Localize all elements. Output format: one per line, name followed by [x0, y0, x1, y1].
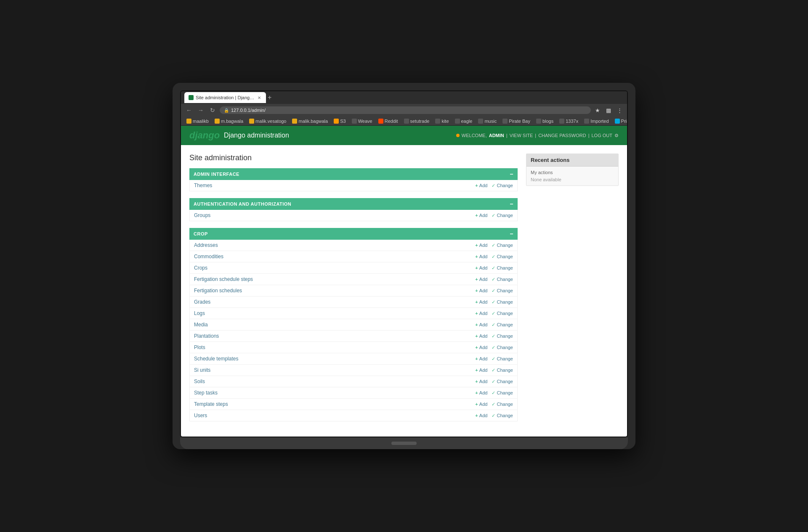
soils-change-link[interactable]: Change — [492, 379, 513, 384]
bookmark-maalikb[interactable]: maalikb — [184, 118, 211, 124]
model-name: Media — [190, 319, 384, 331]
separator: | — [535, 133, 536, 138]
soils-add-link[interactable]: Add — [475, 379, 487, 384]
bookmark-eagle[interactable]: eagle — [453, 118, 475, 124]
admin-interface-table: Themes Add Change — [189, 180, 518, 191]
reload-button[interactable]: ↻ — [208, 106, 217, 115]
laptop-notch — [391, 442, 417, 445]
themes-change-link[interactable]: Change — [492, 183, 513, 188]
back-button[interactable]: ← — [184, 106, 194, 115]
fertigation-schedule-steps-change-link[interactable]: Change — [492, 277, 513, 282]
media-add-link[interactable]: Add — [475, 322, 487, 328]
template-steps-add-link[interactable]: Add — [475, 402, 487, 407]
bookmark-setutrade[interactable]: setutrade — [402, 118, 432, 124]
logout-link[interactable]: LOG OUT — [591, 133, 612, 138]
bookmark-piratebay[interactable]: Pirate Bay — [500, 118, 532, 124]
admin-sidebar: Recent actions My actions None available — [526, 154, 619, 428]
bookmark-primemusic[interactable]: Prime Music — [613, 118, 627, 124]
new-tab-button[interactable]: + — [268, 94, 271, 101]
model-name: Schedule templates — [190, 353, 384, 365]
section-label: AUTHENTICATION AND AUTHORIZATION — [194, 201, 291, 206]
plots-change-link[interactable]: Change — [492, 345, 513, 350]
menu-icon[interactable]: ⋮ — [615, 106, 624, 114]
table-row: Si units AddChange — [190, 365, 518, 376]
grades-change-link[interactable]: Change — [492, 299, 513, 305]
logs-change-link[interactable]: Change — [492, 311, 513, 316]
admin-user-info: WELCOME, ADMIN | VIEW SITE | CHANGE PASS… — [456, 133, 619, 138]
bookmark-icon — [404, 119, 409, 124]
model-name: Themes — [190, 180, 310, 191]
browser-window: Site administration | Django a... ✕ + ← … — [181, 91, 627, 437]
bookmark-1337x[interactable]: 1337x — [557, 118, 580, 124]
schedule-templates-change-link[interactable]: Change — [492, 356, 513, 362]
extensions-icon[interactable]: ▩ — [604, 106, 613, 114]
table-row: Users AddChange — [190, 410, 518, 421]
bookmark-s3[interactable]: S3 — [332, 118, 348, 124]
themes-add-link[interactable]: Add — [475, 183, 487, 188]
crops-change-link[interactable]: Change — [492, 265, 513, 271]
users-add-link[interactable]: Add — [475, 413, 487, 418]
bookmark-reddit[interactable]: Reddit — [376, 118, 400, 124]
table-row: Soils AddChange — [190, 376, 518, 387]
section-toggle-icon[interactable]: − — [510, 201, 513, 207]
groups-change-link[interactable]: Change — [492, 213, 513, 218]
fertigation-schedules-change-link[interactable]: Change — [492, 288, 513, 294]
model-name: Soils — [190, 376, 384, 387]
change-password-link[interactable]: CHANGE PASSWORD — [538, 133, 586, 138]
active-tab[interactable]: Site administration | Django a... ✕ — [184, 92, 266, 103]
address-bar[interactable]: 🔒 127.0.0.1/admin/ — [220, 106, 591, 114]
users-change-link[interactable]: Change — [492, 413, 513, 418]
bookmark-weave[interactable]: Weave — [350, 118, 375, 124]
bookmark-icon — [478, 119, 483, 124]
separator: | — [506, 133, 508, 138]
tab-close-button[interactable]: ✕ — [257, 95, 262, 100]
bookmark-music[interactable]: music — [476, 118, 499, 124]
table-row: Crops AddChange — [190, 262, 518, 274]
bookmark-malikbagwala[interactable]: malik.bagwala — [290, 118, 330, 124]
schedule-templates-add-link[interactable]: Add — [475, 356, 487, 362]
si-units-add-link[interactable]: Add — [475, 368, 487, 373]
addresses-change-link[interactable]: Change — [492, 243, 513, 248]
fertigation-schedule-steps-add-link[interactable]: Add — [475, 277, 487, 282]
logs-add-link[interactable]: Add — [475, 311, 487, 316]
model-name: Template steps — [190, 399, 384, 410]
bookmark-imported[interactable]: Imported — [582, 118, 611, 124]
crops-add-link[interactable]: Add — [475, 265, 487, 271]
auth-header[interactable]: AUTHENTICATION AND AUTHORIZATION − — [189, 198, 518, 210]
admin-interface-section: ADMIN INTERFACE − Themes Add Change — [189, 168, 518, 191]
crop-header[interactable]: CROP − — [189, 228, 518, 240]
step-tasks-change-link[interactable]: Change — [492, 390, 513, 396]
section-toggle-icon[interactable]: − — [510, 171, 513, 177]
settings-icon[interactable]: ⚙ — [614, 133, 619, 138]
bookmark-mbagwala[interactable]: m.bagwala — [213, 118, 245, 124]
username-link[interactable]: ADMIN — [489, 133, 504, 138]
plots-add-link[interactable]: Add — [475, 345, 487, 350]
commodities-change-link[interactable]: Change — [492, 254, 513, 259]
template-steps-change-link[interactable]: Change — [492, 402, 513, 407]
section-label: CROP — [194, 231, 208, 236]
bookmark-kite[interactable]: kite — [433, 118, 451, 124]
bookmark-blogs[interactable]: blogs — [534, 118, 556, 124]
plantations-add-link[interactable]: Add — [475, 333, 487, 339]
model-name: Users — [190, 410, 384, 421]
admin-interface-header[interactable]: ADMIN INTERFACE − — [189, 168, 518, 180]
view-site-link[interactable]: VIEW SITE — [510, 133, 533, 138]
bookmark-malikvestago[interactable]: malik.vesatogo — [247, 118, 288, 124]
si-units-change-link[interactable]: Change — [492, 368, 513, 373]
groups-add-link[interactable]: Add — [475, 213, 487, 218]
addresses-add-link[interactable]: Add — [475, 243, 487, 248]
media-change-link[interactable]: Change — [492, 322, 513, 328]
plantations-change-link[interactable]: Change — [492, 333, 513, 339]
fertigation-schedules-add-link[interactable]: Add — [475, 288, 487, 294]
bookmark-icon — [435, 119, 440, 124]
forward-button[interactable]: → — [196, 106, 205, 115]
recent-actions-title: Recent actions — [526, 154, 618, 167]
grades-add-link[interactable]: Add — [475, 299, 487, 305]
commodities-add-link[interactable]: Add — [475, 254, 487, 259]
model-name: Groups — [190, 210, 305, 221]
section-toggle-icon[interactable]: − — [510, 230, 513, 237]
table-row: Template steps AddChange — [190, 399, 518, 410]
step-tasks-add-link[interactable]: Add — [475, 390, 487, 396]
section-label: ADMIN INTERFACE — [194, 172, 239, 177]
bookmark-star-icon[interactable]: ★ — [593, 106, 602, 114]
